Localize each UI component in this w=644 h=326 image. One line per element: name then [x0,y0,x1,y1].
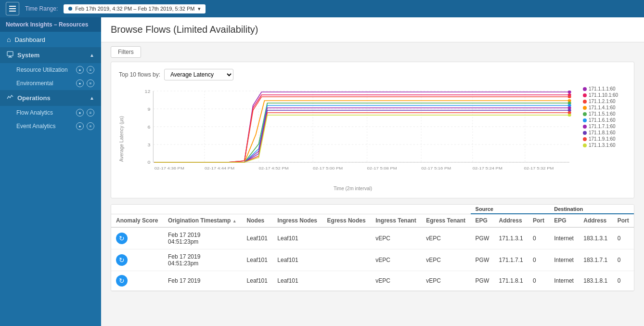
table-body: ↻ Feb 17 201904:51:23pm Leaf101 Leaf101 … [111,227,634,291]
legend-label-9: 171.1.9.1:60 [589,136,616,142]
col-anomaly-score: Anomaly Score [111,214,163,227]
svg-text:02-17 5:32 PM: 02-17 5:32 PM [524,166,554,170]
svg-text:02-17 4:52 PM: 02-17 4:52 PM [259,166,289,170]
svg-rect-4 [9,56,11,57]
sidebar-label-dashboard: Dashboard [14,36,94,43]
dashboard-icon: ⌂ [7,36,11,43]
table-section: Source Destination Anomaly Score Origina… [111,204,634,291]
time-range-value: Feb 17th 2019, 4:32 PM – Feb 17th 2019, … [75,6,194,12]
resource-util-circle-icon: ● [76,66,84,74]
xaxis-label: Time (2m interval) [130,186,575,191]
svg-text:02-17 5:08 PM: 02-17 5:08 PM [367,166,397,170]
cell-anomaly-2: ↻ [111,249,163,271]
legend-label-7: 171.1.7.1:60 [589,124,616,129]
filters-button[interactable]: Filters [111,46,141,58]
svg-text:02-17 4:44 PM: 02-17 4:44 PM [205,166,234,170]
cell-dst-epg-3: Internet [549,271,579,291]
cell-nodes-1: Leaf101 [242,227,273,249]
legend-item-9: 171.1.9.1:60 [583,136,626,142]
flows-table: Source Destination Anomaly Score Origina… [111,205,634,291]
top-flows-label: Top 10 flows by: [119,71,160,78]
legend-dot-8 [583,131,587,135]
legend-item-2: 171.1.10.1:60 [583,92,626,98]
legend-dot-2 [583,93,587,97]
cell-anomaly-3: ↻ [111,271,163,291]
col-src-port: Port [528,214,549,227]
cell-ingress-nodes-3: Leaf101 [272,271,322,291]
anomaly-icon-3: ↻ [116,275,128,287]
cell-ingress-tenant-1: vEPC [371,227,421,249]
table-wrapper: Source Destination Anomaly Score Origina… [111,205,634,291]
sidebar: Network Insights – Resources ⌂ Dashboard… [0,17,101,326]
cell-origination-2: Feb 17 201904:51:23pm [163,249,242,271]
table-row[interactable]: ↻ Feb 17 2019 Leaf101 Leaf101 vEPC vEPC … [111,271,634,291]
legend-item-8: 171.1.8.1:60 [583,130,626,135]
flow-analytics-circle-icon: ● [76,109,84,117]
cell-src-address-2: 171.1.7.1 [494,249,528,271]
group-header-source: Source [471,205,550,214]
menu-icon[interactable] [6,2,19,15]
table-row[interactable]: ↻ Feb 17 201904:51:23pm Leaf101 Leaf101 … [111,227,634,249]
sidebar-label-flow-analytics: Flow Analytics [16,109,73,116]
cell-egress-tenant-3: vEPC [421,271,470,291]
legend-label-6: 171.1.6.1:60 [589,117,616,123]
sidebar-section-operations[interactable]: Operations ▲ [0,90,101,106]
svg-point-42 [568,114,571,117]
sidebar-item-flow-analytics[interactable]: Flow Analytics ● ≡ [0,106,101,119]
svg-point-33 [568,91,571,93]
legend-item-7: 171.1.7.1:60 [583,124,626,129]
col-origination-timestamp: Origination Timestamp ▲ [163,214,242,227]
system-chevron: ▲ [90,52,94,58]
cell-dst-port-2: 0 [613,249,634,271]
cell-ingress-nodes-1: Leaf101 [272,227,322,249]
cell-origination-3: Feb 17 2019 [163,271,242,291]
col-egress-tenant: Egress Tenant [421,214,470,227]
legend-label-4: 171.1.4.1:60 [589,105,616,110]
chart-wrapper: 12 9 6 3 0 02-17 4:36 PM 02-17 4:44 PM 0… [130,86,575,191]
cell-src-port-1: 0 [528,227,549,249]
event-analytics-list-icon: ≡ [87,122,94,130]
cell-origination-1: Feb 17 201904:51:23pm [163,227,242,249]
legend-item-4: 171.1.4.1:60 [583,105,626,110]
cell-dst-port-3: 0 [613,271,634,291]
sidebar-item-event-analytics[interactable]: Event Analytics ● ≡ [0,119,101,133]
legend-dot-4 [583,106,587,110]
svg-text:6: 6 [148,125,151,130]
col-src-address: Address [494,214,528,227]
legend-dot-10 [583,143,587,147]
cell-ingress-tenant-3: vEPC [371,271,421,291]
table-row[interactable]: ↻ Feb 17 201904:51:23pm Leaf101 Leaf101 … [111,249,634,271]
sidebar-label-system: System [17,52,39,59]
cell-ingress-tenant-2: vEPC [371,249,421,271]
svg-rect-3 [7,52,13,56]
svg-text:02-17 5:16 PM: 02-17 5:16 PM [421,166,451,170]
time-range-button[interactable]: Feb 17th 2019, 4:32 PM – Feb 17th 2019, … [64,4,205,13]
svg-text:3: 3 [148,143,151,147]
legend-label-5: 171.1.5.1:60 [589,111,616,117]
environmental-list-icon: ≡ [87,79,94,87]
anomaly-icon-1: ↻ [116,233,128,244]
legend-label-1: 171.1.1.1:60 [589,86,616,91]
time-range-label: Time Range: [25,5,58,12]
group-header-destination: Destination [549,205,634,214]
svg-rect-1 [9,8,16,9]
yaxis-label: Average Latency (µs) [119,86,127,191]
cell-nodes-3: Leaf101 [242,271,273,291]
sidebar-item-environmental[interactable]: Environmental ● ≡ [0,77,101,90]
environmental-circle-icon: ● [76,79,84,87]
cell-egress-tenant-1: vEPC [421,227,470,249]
cell-egress-nodes-2 [322,249,371,271]
sidebar-label-operations: Operations [17,94,51,102]
cell-src-epg-3: PGW [471,271,494,291]
sidebar-item-dashboard[interactable]: ⌂ Dashboard [0,32,101,47]
cell-dst-port-1: 0 [613,227,634,249]
sidebar-item-resource-utilization[interactable]: Resource Utilization ● ≡ [0,63,101,77]
chart-section: Top 10 flows by: Average Latency Average… [111,62,634,198]
sidebar-section-system[interactable]: System ▲ [0,47,101,63]
svg-text:02-17 4:36 PM: 02-17 4:36 PM [155,166,184,170]
metric-select[interactable]: Average Latency [164,69,233,80]
chart-area: Average Latency (µs) 12 [119,86,626,191]
cell-src-port-3: 0 [528,271,549,291]
cell-egress-nodes-1 [322,227,371,249]
cell-dst-epg-2: Internet [549,249,579,271]
